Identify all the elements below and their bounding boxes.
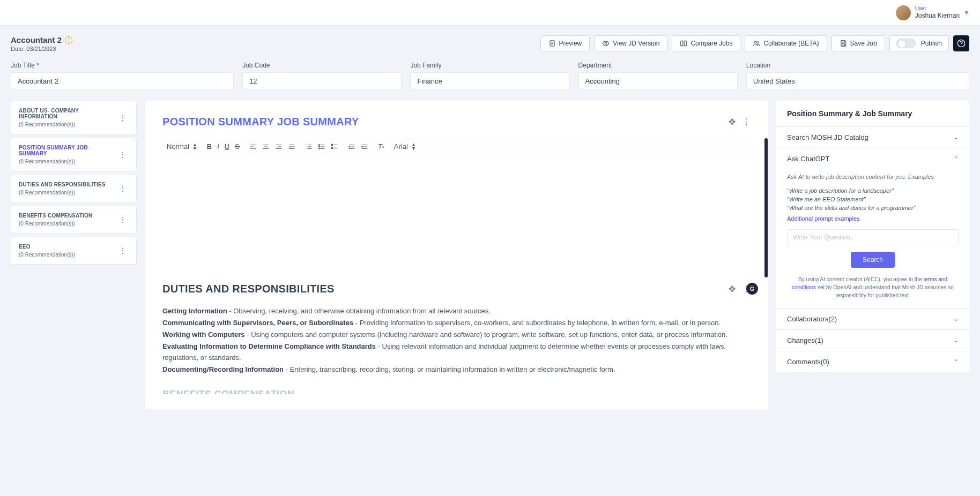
align-right-button[interactable] xyxy=(275,143,283,151)
accordion-head-comments[interactable]: Comments(0) ⌃ xyxy=(776,351,969,372)
sidebar-item-label: DUTIES AND RESPONSIBILITIES xyxy=(19,182,106,187)
accordion-comments: Comments(0) ⌃ xyxy=(776,351,969,372)
view-jd-button[interactable]: View JD Version xyxy=(594,35,667,51)
accordion-body-ask: Ask AI to write job description content … xyxy=(776,169,969,308)
label-department: Department xyxy=(578,62,738,69)
svg-rect-6 xyxy=(842,41,844,42)
bullet-list-button[interactable] xyxy=(318,143,325,151)
align-justify-button[interactable] xyxy=(288,143,295,151)
sidebar-item-sub: (0 Recommendation(s)) xyxy=(19,221,92,227)
save-job-button[interactable]: Save Job xyxy=(831,35,885,51)
chevron-down-icon: ⌄ xyxy=(954,337,959,344)
svg-point-11 xyxy=(318,148,320,149)
svg-point-4 xyxy=(755,41,757,43)
align-center-button[interactable] xyxy=(262,143,270,151)
label-job-family: Job Family xyxy=(410,62,569,69)
input-job-family[interactable] xyxy=(410,72,569,90)
ordered-list-button[interactable] xyxy=(305,143,313,151)
sidebar-item-eeo[interactable]: EEO (0 Recommendation(s)) ⋮ xyxy=(11,237,137,265)
italic-button[interactable]: I xyxy=(217,142,219,151)
svg-rect-3 xyxy=(685,41,687,46)
clear-format-button[interactable]: Tx xyxy=(378,142,384,151)
sidebar-item-benefits[interactable]: BENEFITS COMPENSATION (0 Recommendation(… xyxy=(11,206,137,234)
ask-example-2: "Write me an EEO Statement" xyxy=(787,196,959,202)
outdent-button[interactable] xyxy=(348,143,355,151)
move-icon[interactable]: ✥ xyxy=(729,284,736,294)
ask-example-3: "What are the skills and duties for a pr… xyxy=(787,205,959,211)
underline-button[interactable]: U xyxy=(225,142,229,151)
ask-example-1: "Write a job description for a landscape… xyxy=(787,187,959,194)
publish-toggle[interactable] xyxy=(896,39,916,48)
help-button[interactable] xyxy=(953,35,969,51)
more-vertical-icon[interactable]: ⋮ xyxy=(117,215,129,224)
ask-search-button[interactable]: Search xyxy=(851,252,895,268)
more-vertical-icon[interactable]: ⋮ xyxy=(117,184,129,193)
more-vertical-icon[interactable]: ⋮ xyxy=(117,151,129,159)
align-left-button[interactable] xyxy=(249,143,257,151)
more-vertical-icon[interactable]: ⋮ xyxy=(117,246,129,255)
ask-examples-link[interactable]: Additional prompt examples xyxy=(787,215,860,222)
input-location[interactable] xyxy=(746,72,969,90)
svg-point-9 xyxy=(318,144,320,145)
field-job-code: Job Code xyxy=(242,62,402,90)
more-vertical-icon[interactable]: ⋮ xyxy=(742,117,751,127)
svg-rect-7 xyxy=(842,44,844,46)
label-job-code: Job Code xyxy=(242,62,402,69)
sidebar-item-label: ABOUT US- COMPANY INFORMATION xyxy=(19,108,117,119)
indent-button[interactable] xyxy=(361,143,368,151)
move-icon[interactable]: ✥ xyxy=(729,117,736,127)
format-select[interactable]: Normal ▲▼ xyxy=(167,142,197,151)
accordion-head-changes[interactable]: Changes(1) ⌄ xyxy=(776,330,969,351)
user-text: User Joshua Kiernan xyxy=(915,5,960,19)
avatar xyxy=(896,5,911,20)
user-name: Joshua Kiernan xyxy=(915,12,960,19)
preview-button[interactable]: Preview xyxy=(540,35,590,51)
sidebar-item-duties[interactable]: DUTIES AND RESPONSIBILITIES (0 Recommend… xyxy=(11,175,137,202)
section-title-duties: DUTIES AND RESPONSIBILITIES xyxy=(162,283,335,295)
sidebar-item-label: BENEFITS COMPENSATION xyxy=(19,213,92,219)
field-job-family: Job Family xyxy=(410,62,569,90)
ask-disclaimer: By using AI content creator (AICC), you … xyxy=(787,275,959,299)
accordion-head-collaborators[interactable]: Collaborators(2) ⌄ xyxy=(776,309,969,329)
font-select[interactable]: Arial ▲▼ xyxy=(394,142,416,151)
input-job-code[interactable] xyxy=(242,72,402,90)
warning-icon[interactable]: ! xyxy=(65,36,72,44)
sidebar-item-label: POSITION SUMMARY JOB SUMMARY xyxy=(19,145,117,156)
compare-jobs-button[interactable]: Compare Jobs xyxy=(672,35,740,51)
ask-input[interactable] xyxy=(787,229,959,245)
svg-point-1 xyxy=(605,42,607,44)
sidebar-item-about-us[interactable]: ABOUT US- COMPANY INFORMATION (0 Recomme… xyxy=(11,101,137,134)
chevron-down-icon: ⌄ xyxy=(954,134,959,141)
chevron-down-icon: ⌄ xyxy=(954,315,959,322)
svg-point-10 xyxy=(318,146,320,147)
save-icon xyxy=(840,40,847,47)
editor-pane: POSITION SUMMARY JOB SUMMARY ✥ ⋮ Normal … xyxy=(145,101,768,409)
form-row: Job Title * Job Code Job Family Departme… xyxy=(0,57,980,101)
users-icon xyxy=(753,40,760,47)
duties-content: Getting Information - Observing, receivi… xyxy=(162,306,751,375)
sidebar-item-sub: (0 Recommendation(s)) xyxy=(19,252,75,258)
collaborate-button[interactable]: Collaborate (BETA) xyxy=(745,35,827,51)
accordion-collaborators: Collaborators(2) ⌄ xyxy=(776,308,969,329)
grammarly-icon[interactable]: G xyxy=(746,283,758,295)
user-menu[interactable]: User Joshua Kiernan ▼ xyxy=(896,5,969,20)
editor-body[interactable] xyxy=(162,160,751,267)
input-job-title[interactable] xyxy=(11,72,234,90)
input-department[interactable] xyxy=(578,72,738,90)
accordion-catalog: Search MOSH JD Catalog ⌄ xyxy=(776,126,969,148)
strike-button[interactable]: S xyxy=(235,142,240,151)
accordion-head-ask[interactable]: Ask ChatGPT ⌃ xyxy=(776,148,969,169)
accordion-head-catalog[interactable]: Search MOSH JD Catalog ⌄ xyxy=(776,127,969,148)
main-row: ABOUT US- COMPANY INFORMATION (0 Recomme… xyxy=(0,101,980,420)
checklist-button[interactable] xyxy=(331,143,338,151)
chevron-down-icon: ▼ xyxy=(964,10,969,16)
sidebar-item-position-summary[interactable]: POSITION SUMMARY JOB SUMMARY (0 Recommen… xyxy=(11,138,137,171)
page-title: Accountant 2 xyxy=(11,35,62,44)
field-job-title: Job Title * xyxy=(11,62,234,90)
label-job-title: Job Title * xyxy=(11,62,234,69)
more-vertical-icon[interactable]: ⋮ xyxy=(117,114,129,122)
svg-rect-2 xyxy=(681,41,683,46)
sidebar-item-sub: (0 Recommendation(s)) xyxy=(19,122,117,127)
svg-rect-12 xyxy=(331,144,332,145)
bold-button[interactable]: B xyxy=(207,142,212,151)
